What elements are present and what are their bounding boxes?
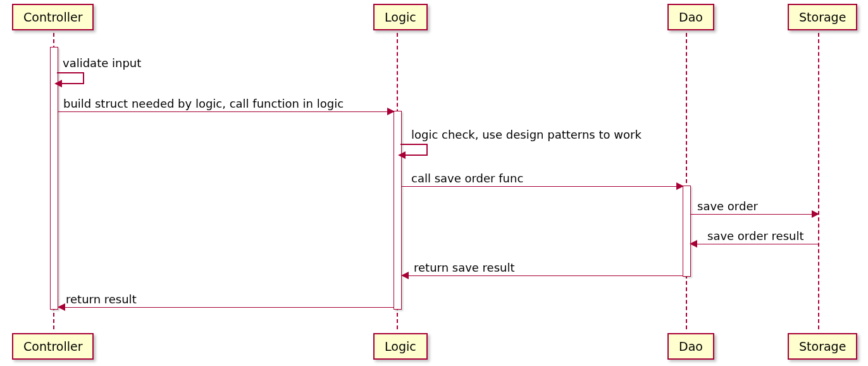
participant-label: Storage bbox=[799, 339, 846, 353]
self-loop-seg bbox=[400, 144, 427, 145]
msg-line bbox=[409, 275, 683, 276]
msg-build-struct: build struct needed by logic, call funct… bbox=[63, 98, 344, 110]
msg-validate-input: validate input bbox=[63, 57, 141, 70]
arrow-head-icon bbox=[58, 303, 65, 311]
arrow-head-icon bbox=[401, 272, 409, 279]
actor-box-dao-bottom: Dao bbox=[667, 333, 714, 360]
self-loop-seg bbox=[405, 155, 428, 156]
arrow-head-icon bbox=[398, 151, 406, 159]
msg-save-order-result: save order result bbox=[707, 230, 804, 243]
actor-box-logic-top: Logic bbox=[373, 4, 428, 30]
self-loop-seg bbox=[57, 72, 84, 73]
msg-return-save-result: return save result bbox=[414, 262, 515, 274]
actor-box-dao-top: Dao bbox=[667, 4, 714, 30]
actor-box-controller-top: Controller bbox=[12, 4, 94, 30]
self-loop-seg bbox=[83, 72, 84, 83]
arrow-head-icon bbox=[690, 240, 697, 248]
msg-save-order: save order bbox=[697, 200, 758, 213]
participant-label: Logic bbox=[385, 10, 416, 24]
actor-box-storage-top: Storage bbox=[788, 4, 857, 30]
arrow-head-icon bbox=[54, 80, 62, 87]
lifeline-storage bbox=[818, 27, 819, 329]
participant-label: Controller bbox=[23, 10, 82, 24]
participant-label: Storage bbox=[799, 10, 846, 24]
msg-line bbox=[65, 307, 394, 308]
arrow-head-icon bbox=[676, 182, 684, 190]
actor-box-storage-bottom: Storage bbox=[788, 333, 857, 360]
msg-return-result: return result bbox=[66, 293, 137, 306]
participant-label: Controller bbox=[23, 339, 82, 353]
arrow-head-icon bbox=[812, 210, 819, 218]
sequence-diagram: Controller Logic Dao Storage Controller … bbox=[0, 0, 868, 366]
msg-call-save-order: call save order func bbox=[411, 172, 523, 185]
participant-label: Dao bbox=[679, 339, 703, 353]
actor-box-logic-bottom: Logic bbox=[373, 333, 428, 360]
activation-logic bbox=[394, 111, 402, 310]
msg-line bbox=[691, 214, 812, 215]
msg-logic-check: logic check, use design patterns to work bbox=[411, 129, 642, 141]
participant-label: Dao bbox=[679, 10, 703, 24]
msg-line bbox=[58, 111, 387, 112]
lifeline-dao bbox=[686, 27, 687, 329]
self-loop-seg bbox=[61, 83, 84, 84]
self-loop-seg bbox=[426, 144, 428, 155]
msg-line bbox=[697, 244, 818, 244]
msg-line bbox=[402, 186, 676, 187]
participant-label: Logic bbox=[385, 339, 416, 353]
activation-dao bbox=[683, 186, 691, 277]
actor-box-controller-bottom: Controller bbox=[12, 333, 94, 360]
arrow-head-icon bbox=[387, 108, 395, 115]
